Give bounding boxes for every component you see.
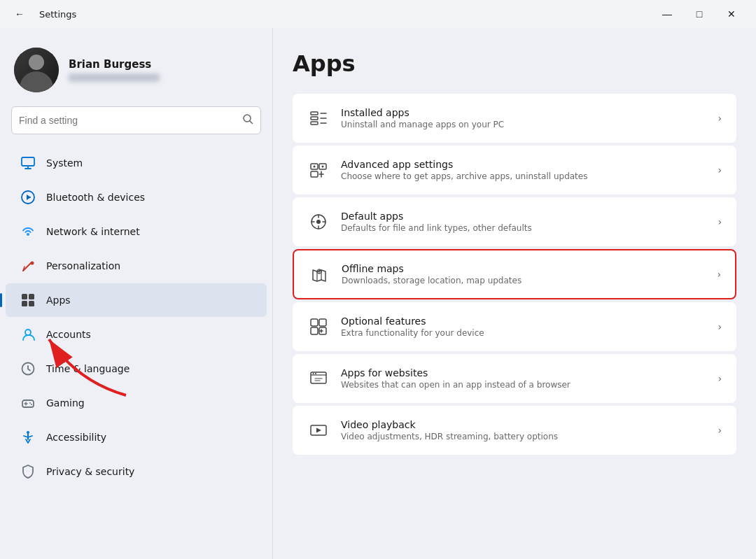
sidebar: Brian Burgess <box>0 28 273 559</box>
search-input[interactable] <box>19 115 237 126</box>
setting-title: Video playback <box>341 419 706 430</box>
accounts-icon <box>20 326 36 343</box>
setting-desc: Uninstall and manage apps on your PC <box>341 120 706 129</box>
setting-card-default-apps[interactable]: Default apps Defaults for file and link … <box>293 197 736 246</box>
system-icon <box>20 155 36 171</box>
optional-features-icon <box>307 316 330 338</box>
setting-text-offline-maps: Offline maps Downloads, storage location… <box>342 263 706 285</box>
setting-title: Advanced app settings <box>341 159 706 170</box>
title-bar: ← Settings — □ ✕ <box>0 0 756 28</box>
app-body: Brian Burgess <box>0 28 756 559</box>
svg-rect-22 <box>311 117 318 120</box>
sidebar-item-system[interactable]: System <box>6 146 267 180</box>
chevron-right-icon: › <box>718 216 722 227</box>
advanced-app-settings-icon <box>307 159 330 181</box>
maximize-button[interactable]: □ <box>683 3 715 25</box>
svg-rect-39 <box>311 327 318 334</box>
setting-title: Installed apps <box>341 107 706 118</box>
search-icon <box>242 113 253 127</box>
setting-text-advanced: Advanced app settings Choose where to ge… <box>341 159 706 181</box>
setting-text-installed-apps: Installed apps Uninstall and manage apps… <box>341 107 706 129</box>
setting-text-default: Default apps Defaults for file and link … <box>341 211 706 233</box>
apps-icon <box>20 292 36 309</box>
sidebar-item-label: System <box>46 157 83 169</box>
sidebar-item-apps[interactable]: Apps <box>6 283 267 317</box>
setting-card-video-playback[interactable]: Video playback Video adjustments, HDR st… <box>293 406 736 455</box>
svg-point-30 <box>322 166 324 168</box>
sidebar-item-time[interactable]: Time & language <box>6 352 267 385</box>
minimize-button[interactable]: — <box>651 3 683 25</box>
user-profile: Brian Burgess <box>0 28 272 106</box>
default-apps-icon <box>307 211 330 233</box>
sidebar-item-accounts[interactable]: Accounts <box>6 318 267 351</box>
setting-title: Offline maps <box>342 263 706 274</box>
sidebar-item-privacy[interactable]: Privacy & security <box>6 455 267 488</box>
setting-title: Default apps <box>341 211 706 222</box>
setting-desc: Defaults for file and link types, other … <box>341 223 706 233</box>
sidebar-item-personalization[interactable]: Personalization <box>6 249 267 283</box>
bluetooth-icon <box>20 189 36 206</box>
setting-text-optional: Optional features Extra functionality fo… <box>341 316 706 338</box>
sidebar-item-accessibility[interactable]: Accessibility <box>6 420 267 454</box>
setting-title: Optional features <box>341 316 706 327</box>
installed-apps-icon <box>307 107 330 129</box>
svg-rect-11 <box>29 301 34 306</box>
svg-rect-38 <box>319 319 326 326</box>
chevron-right-icon: › <box>718 373 722 384</box>
svg-point-7 <box>31 262 34 265</box>
sidebar-item-bluetooth[interactable]: Bluetooth & devices <box>6 181 267 214</box>
setting-desc: Extra functionality for your device <box>341 328 706 338</box>
svg-rect-21 <box>311 112 318 115</box>
svg-rect-23 <box>311 122 318 125</box>
sidebar-item-gaming[interactable]: Gaming <box>6 386 267 420</box>
search-container <box>0 106 272 146</box>
setting-card-apps-for-websites[interactable]: Apps for websites Websites that can open… <box>293 354 736 403</box>
avatar-image <box>14 48 59 92</box>
video-playback-icon <box>307 419 330 441</box>
network-icon <box>20 223 36 240</box>
close-button[interactable]: ✕ <box>715 3 748 25</box>
svg-point-12 <box>25 330 31 335</box>
svg-point-28 <box>314 166 316 168</box>
sidebar-item-label: Privacy & security <box>46 466 134 477</box>
privacy-icon <box>20 463 36 480</box>
sidebar-item-label: Accounts <box>46 329 91 340</box>
back-button[interactable]: ← <box>8 3 31 25</box>
gaming-icon <box>20 395 36 411</box>
sidebar-item-label: Bluetooth & devices <box>46 192 145 203</box>
nav-menu: System Bluetooth & devices <box>0 146 272 489</box>
page-title: Apps <box>293 50 736 77</box>
user-name: Brian Burgess <box>69 58 160 71</box>
accessibility-icon <box>20 429 36 446</box>
setting-desc: Downloads, storage location, map updates <box>342 276 706 285</box>
setting-card-offline-maps[interactable]: Offline maps Downloads, storage location… <box>293 249 736 299</box>
sidebar-item-label: Time & language <box>46 363 130 374</box>
apps-for-websites-icon <box>307 367 330 390</box>
svg-point-17 <box>29 402 31 404</box>
setting-card-installed-apps[interactable]: Installed apps Uninstall and manage apps… <box>293 94 736 143</box>
svg-point-6 <box>27 233 29 236</box>
sidebar-item-network[interactable]: Network & internet <box>6 215 267 248</box>
window-controls: — □ ✕ <box>651 3 748 25</box>
sidebar-item-label: Network & internet <box>46 226 140 237</box>
svg-rect-2 <box>22 157 34 166</box>
svg-rect-8 <box>22 294 27 299</box>
svg-point-42 <box>313 373 314 374</box>
svg-rect-9 <box>29 294 34 299</box>
setting-card-optional-features[interactable]: Optional features Extra functionality fo… <box>293 302 736 351</box>
sidebar-item-label: Gaming <box>46 397 85 409</box>
setting-title: Apps for websites <box>341 367 706 378</box>
svg-rect-10 <box>22 301 27 306</box>
search-box[interactable] <box>11 106 261 134</box>
sidebar-item-label: Personalization <box>46 260 120 271</box>
setting-text-video-playback: Video playback Video adjustments, HDR st… <box>341 419 706 441</box>
setting-card-advanced-app-settings[interactable]: Advanced app settings Choose where to ge… <box>293 146 736 194</box>
sidebar-item-label: Accessibility <box>46 432 106 443</box>
chevron-right-icon: › <box>718 425 722 436</box>
svg-point-33 <box>316 220 321 224</box>
setting-desc: Websites that can open in an app instead… <box>341 380 706 390</box>
offline-maps-icon <box>308 263 330 285</box>
chevron-right-icon: › <box>717 269 721 280</box>
settings-list: Installed apps Uninstall and manage apps… <box>293 94 736 455</box>
setting-desc: Choose where to get apps, archive apps, … <box>341 171 706 181</box>
